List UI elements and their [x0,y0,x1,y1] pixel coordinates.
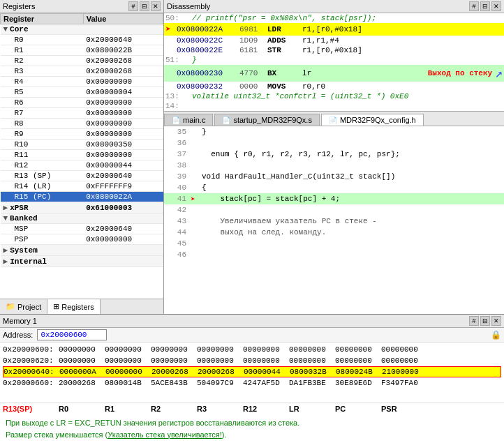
source-tab[interactable]: 📄MDR32F9Qx_config.h [321,114,424,126]
memory-cell: 00000000 [59,345,105,354]
reg-group-header[interactable]: ▶Internal [1,256,163,267]
registers-titlebar-icons: # ⊟ ✕ [128,1,161,11]
source-text: { [202,183,501,192]
memory-titlebar: Memory 1 # ⊟ ✕ [0,315,504,328]
disasm-bytes: 4770 [239,69,267,77]
memory-cell: 30E89E6D [335,379,381,387]
disasm-bytes: 6981 [239,25,267,33]
source-lineno: 42 [167,206,186,214]
memory-cell: 0800014B [105,379,151,387]
source-lineno: 38 [167,161,186,170]
lock-icon[interactable]: 🔒 [491,330,501,340]
source-line: 40{ [164,182,504,193]
memory-cell: 21000000 [382,368,428,376]
source-line: 42 [164,204,504,216]
memory-cell: 00000000 [105,368,151,376]
register-row: R50x00000004 [1,87,163,98]
register-name: R11 [1,150,84,160]
expand-icon: ▼ [3,25,8,33]
register-row: PSP0x00000000 [1,234,163,245]
source-tab-label: main.c [183,116,205,124]
disasm-comment: } [192,56,197,64]
disasm-line: 13:volatile uint32_t *confctrl = (uint32… [164,91,504,101]
register-row: R10x0800022B [1,45,163,56]
memory-cell: 00000000 [289,345,335,354]
register-name: R6 [1,98,84,108]
disasm-lineno: 14: [165,102,186,110]
disasm-close-icon[interactable]: ✕ [491,1,501,11]
mem-minimize-icon[interactable]: ⊟ [480,316,490,326]
source-tab[interactable]: 📄startup_MDR32F9Qx.s [214,114,319,126]
disasm-lineno: 51: [165,56,186,64]
source-lineno: 43 [167,217,186,225]
memory-content: 0x20000600:00000000000000000000000000000… [0,343,504,403]
register-name: R7 [1,108,84,119]
register-name: R9 [1,129,84,140]
register-row: R20x20000268 [1,56,163,66]
disasm-bytes: 1D09 [239,36,267,45]
file-icon: 📄 [172,117,180,124]
disasm-line: 0x080002320000MOVSr0,r0 [164,82,504,91]
tab-registers[interactable]: ⊞ Registers [47,299,100,314]
memory-cell: 00000000 [151,345,197,354]
disassembly-panel: Disassembly # ⊟ ✕ 50:// printf("psr = 0x… [164,0,504,314]
memory-cell: 0000000A [59,368,105,376]
memory-row-addr: 0x20000600: [3,345,59,354]
reg-col-register: Register [1,14,84,24]
stack-exit-arrow: ↗ [495,66,503,81]
disasm-pin-icon[interactable]: # [469,1,479,11]
mem-close-icon[interactable]: ✕ [491,316,501,326]
minimize-icon[interactable]: ⊟ [140,1,149,11]
source-text: stack[pc] = stack[pc] + 4; [202,195,501,203]
reg-label: R1 [105,405,151,413]
disasm-lineno: 50: [165,14,186,22]
disasm-operands: lr [302,69,421,77]
register-name: MSP [1,224,84,234]
source-line: 37 enum { r0, r1, r2, r3, r12, lr, pc, p… [164,149,504,160]
reg-labels-row: R13(SP)R0R1R2R3R12LRPCPSR [0,403,504,414]
disasm-operands: r1,[r0,#0x18] [302,46,503,54]
register-name: R10 [1,140,84,150]
reg-group-header[interactable]: ▶System [1,245,163,256]
disasm-address: 0x08000230 [177,69,239,77]
disasm-minimize-icon[interactable]: ⊟ [480,1,490,11]
register-value: 0x0800022A [83,192,163,202]
register-name: R14 (LR) [1,181,84,192]
mem-pin-icon[interactable]: # [469,316,479,326]
disasm-lineno: 13: [165,92,186,100]
reg-group-header[interactable]: ▼Banked [1,213,163,224]
source-tab[interactable]: 📄main.c [164,114,213,126]
close-icon[interactable]: ✕ [151,1,161,11]
memory-row: 0x20000620:00000000000000000000000000000… [3,355,501,366]
bottom-line2-prefix: Размер стека уменьшается ( [6,430,108,439]
disasm-comment: // printf("psr = 0x%08x\n", stack[psr]); [192,14,376,22]
source-line: 45 [164,238,504,249]
register-value: 0x20000640 [83,224,163,234]
reg-label: R12 [243,405,289,413]
reg-group-header[interactable]: ▶xPSR0x61000003 [1,202,163,213]
reg-label: PC [335,405,381,413]
registers-table-wrapper: Register Value ▼CoreR00x20000640R10x0800… [0,13,163,299]
reg-group-header[interactable]: ▼Core [1,24,163,35]
disasm-operands: r0,r0 [302,82,503,91]
memory-row: 0x20000660:200002680800014B5ACE843B50409… [3,377,501,389]
pin-icon[interactable]: # [128,1,138,11]
source-lineno: 35 [167,128,186,136]
memory-cell: 00000000 [105,356,151,365]
disassembly-lines: 50:// printf("psr = 0x%08x\n", stack[psr… [164,13,504,111]
tab-project[interactable]: 📁 Project [0,299,47,314]
memory-cell: DA1FB3BE [289,379,335,387]
disasm-address: 0x0800022C [177,36,239,45]
disasm-mnemonic: BX [267,69,302,77]
disasm-mnemonic: MOVS [267,82,302,91]
register-value: 0x00000004 [83,87,163,98]
register-name: R1 [1,45,84,56]
reg-label: R3 [197,405,243,413]
source-line: 43 Увеличиваем указатель PC в стеке - [164,216,504,227]
memory-cell: 20000268 [151,368,198,376]
memory-address-input[interactable] [37,329,107,340]
register-value: 0xFFFFFFF9 [83,181,163,192]
source-line: 46 [164,249,504,260]
register-name: PSP [1,234,84,245]
register-name: R15 (PC) [1,192,84,202]
